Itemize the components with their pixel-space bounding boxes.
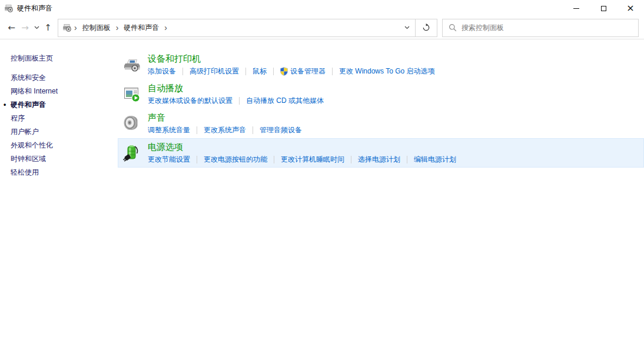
chevron-down-icon (34, 26, 39, 29)
section-autoplay: 自动播放更改媒体或设备的默认设置自动播放 CD 或其他媒体 (118, 79, 644, 109)
uac-shield-icon (280, 67, 288, 76)
refresh-icon (422, 24, 430, 32)
link-separator (182, 68, 183, 75)
task-link-label: 更改电源按钮的功能 (204, 155, 267, 164)
task-links: 调整系统音量更改系统声音管理音频设备 (148, 125, 302, 135)
sidebar-item[interactable]: 网络和 Internet (0, 85, 118, 98)
task-link-label: 选择电源计划 (358, 155, 400, 164)
sidebar-item-label: 时钟和区域 (11, 155, 46, 163)
minimize-icon (573, 8, 579, 9)
task-link[interactable]: 编辑电源计划 (414, 155, 456, 164)
task-link[interactable]: 更改系统声音 (204, 125, 246, 135)
link-separator (351, 156, 351, 163)
sidebar-item-label: 用户帐户 (11, 128, 39, 136)
task-link-label: 鼠标 (253, 66, 267, 76)
section-title-link[interactable]: 设备和打印机 (148, 54, 201, 64)
task-links: 添加设备高级打印机设置鼠标设备管理器更改 Windows To Go 启动选项 (148, 66, 434, 76)
search-icon (449, 24, 457, 32)
close-icon: × (626, 4, 634, 13)
section-title-link[interactable]: 电源选项 (148, 142, 183, 152)
task-links: 更改节能设置更改电源按钮的功能更改计算机睡眠时间选择电源计划编辑电源计划 (148, 155, 456, 164)
category-list: 设备和打印机添加设备高级打印机设置鼠标设备管理器更改 Windows To Go… (118, 39, 644, 351)
task-link[interactable]: 管理音频设备 (260, 125, 302, 135)
section-title-link[interactable]: 声音 (148, 112, 165, 123)
task-link-label: 管理音频设备 (260, 125, 302, 135)
printer-icon (122, 55, 141, 74)
task-link-label: 更改系统声音 (204, 125, 246, 135)
refresh-button[interactable] (415, 19, 437, 37)
active-bullet-icon: • (4, 98, 6, 112)
task-link-label: 设备管理器 (290, 66, 326, 76)
sidebar-item-label: 程序 (11, 114, 25, 122)
window-controls: × (563, 0, 644, 16)
task-link[interactable]: 更改节能设置 (148, 155, 190, 164)
link-separator (197, 156, 197, 163)
content: 控制面板主页 系统和安全网络和 Internet•硬件和声音程序用户帐户外观和个… (0, 39, 644, 351)
search-input[interactable] (462, 24, 638, 32)
section-power-options: 电源选项更改节能设置更改电源按钮的功能更改计算机睡眠时间选择电源计划编辑电源计划 (118, 138, 644, 168)
task-link-label: 自动播放 CD 或其他媒体 (246, 96, 324, 105)
link-separator (253, 126, 253, 134)
hardware-sound-icon (4, 4, 14, 13)
sidebar-item-home[interactable]: 控制面板主页 (0, 52, 118, 65)
task-link[interactable]: 更改计算机睡眠时间 (281, 155, 344, 164)
recent-pages-dropdown[interactable] (32, 20, 41, 35)
navigation-bar: ← → ↑ › 控制面板 › 硬件和声音 › (0, 16, 644, 39)
breadcrumb-hardware-sound[interactable]: 硬件和声音 (121, 23, 162, 33)
task-link[interactable]: 更改电源按钮的功能 (204, 155, 267, 164)
address-dropdown-button[interactable] (399, 19, 415, 36)
sidebar-item[interactable]: 外观和个性化 (0, 139, 118, 152)
minimize-button[interactable] (563, 0, 590, 16)
sidebar-item[interactable]: 轻松使用 (0, 166, 118, 179)
close-button[interactable]: × (617, 0, 644, 16)
task-link[interactable]: 更改媒体或设备的默认设置 (148, 96, 233, 105)
task-link[interactable]: 更改 Windows To Go 启动选项 (339, 66, 434, 76)
sidebar-item[interactable]: 系统和安全 (0, 71, 118, 85)
task-link-label: 更改计算机睡眠时间 (281, 155, 344, 164)
task-links: 更改媒体或设备的默认设置自动播放 CD 或其他媒体 (148, 96, 324, 105)
sidebar-item-active[interactable]: •硬件和声音 (0, 98, 118, 112)
chevron-down-icon (404, 26, 410, 29)
section-sound: 声音调整系统音量更改系统声音管理音频设备 (118, 109, 644, 138)
task-link[interactable]: 调整系统音量 (148, 125, 190, 135)
section-devices-and-printers: 设备和打印机添加设备高级打印机设置鼠标设备管理器更改 Windows To Go… (118, 50, 644, 79)
sidebar-item[interactable]: 程序 (0, 112, 118, 125)
task-link-label: 更改节能设置 (148, 155, 190, 164)
sidebar-nav: 控制面板主页 系统和安全网络和 Internet•硬件和声音程序用户帐户外观和个… (0, 39, 118, 351)
search-box (442, 19, 639, 37)
task-link[interactable]: 鼠标 (253, 66, 267, 76)
task-link[interactable]: 选择电源计划 (358, 155, 400, 164)
task-link[interactable]: 设备管理器 (280, 66, 326, 76)
up-button[interactable]: ↑ (41, 20, 55, 35)
sidebar-item-label: 外观和个性化 (11, 141, 53, 149)
task-link[interactable]: 高级打印机设置 (190, 66, 239, 76)
section-title-link[interactable]: 自动播放 (148, 83, 183, 93)
sidebar-item-label: 硬件和声音 (11, 101, 46, 109)
window-title: 硬件和声音 (17, 4, 52, 14)
sidebar-item-label: 系统和安全 (11, 73, 46, 82)
sidebar-item-label: 轻松使用 (11, 168, 39, 176)
section-body: 设备和打印机添加设备高级打印机设置鼠标设备管理器更改 Windows To Go… (148, 54, 434, 76)
chevron-right-icon: › (114, 24, 121, 32)
chevron-right-icon: › (72, 24, 79, 32)
section-body: 电源选项更改节能设置更改电源按钮的功能更改计算机睡眠时间选择电源计划编辑电源计划 (148, 142, 456, 164)
breadcrumb-control-panel[interactable]: 控制面板 (79, 23, 114, 33)
link-separator (274, 156, 274, 163)
sidebar-item-label: 控制面板主页 (11, 54, 53, 62)
section-body: 声音调整系统音量更改系统声音管理音频设备 (148, 112, 302, 135)
forward-button[interactable]: → (18, 20, 32, 35)
back-button[interactable]: ← (5, 20, 18, 35)
address-bar[interactable]: › 控制面板 › 硬件和声音 › (58, 19, 416, 37)
sidebar-item[interactable]: 用户帐户 (0, 125, 118, 139)
speaker-icon (122, 114, 141, 133)
link-separator (332, 68, 333, 75)
chevron-right-icon: › (162, 24, 170, 32)
sidebar-item-label: 网络和 Internet (11, 87, 58, 95)
task-link[interactable]: 自动播放 CD 或其他媒体 (246, 96, 324, 105)
task-link-label: 编辑电源计划 (414, 155, 456, 164)
sidebar-item[interactable]: 时钟和区域 (0, 152, 118, 166)
task-link[interactable]: 添加设备 (148, 66, 176, 76)
link-separator (407, 156, 407, 163)
task-link-label: 更改媒体或设备的默认设置 (148, 96, 233, 105)
maximize-button[interactable] (590, 0, 617, 16)
